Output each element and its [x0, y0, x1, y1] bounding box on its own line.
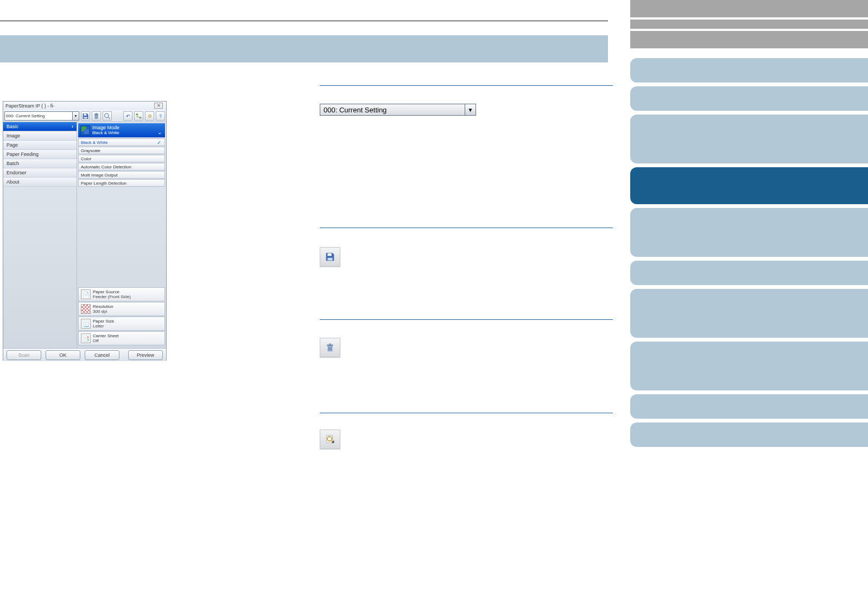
sidebar-item-page[interactable]: Page — [3, 141, 77, 150]
sidebar-item-about[interactable]: About — [3, 178, 77, 187]
dialog-toolbar: 000: Current Setting ▼ ↶ ⚙ ? — [3, 110, 166, 122]
floppy-icon — [324, 251, 336, 263]
profile-dropdown[interactable]: 000: Current Setting ▼ — [320, 104, 476, 116]
undo-icon[interactable]: ↶ — [123, 111, 132, 121]
image-mode-header[interactable]: Image Mode Black & White ⌄ — [78, 123, 165, 137]
top-tab[interactable] — [630, 31, 868, 48]
cancel-button[interactable]: Cancel — [85, 350, 119, 360]
section-rule — [320, 228, 613, 228]
nav-tab[interactable] — [630, 342, 868, 390]
ok-button[interactable]: OK — [46, 350, 80, 360]
image-mode-value: Black & White — [92, 130, 119, 136]
dialog-rightpane: Image Mode Black & White ⌄ Black & White… — [77, 122, 166, 348]
option-color[interactable]: Color — [78, 155, 165, 162]
summary-paper-size[interactable]: 📃 Paper Size Letter — [78, 317, 165, 331]
option-label: Automatic Color Detection — [81, 165, 131, 169]
summary-key: Resolution — [93, 304, 113, 309]
sidebar-item-image[interactable]: Image — [3, 131, 77, 141]
dialog-footer: Scan OK Cancel Preview — [3, 348, 166, 361]
sidebar-label: Endorser — [7, 170, 27, 175]
btn-label: Preview — [137, 352, 154, 358]
top-tab[interactable] — [630, 0, 868, 17]
nav-tab[interactable] — [630, 208, 868, 257]
preview-button[interactable]: Preview — [128, 350, 163, 360]
summary-carrier-sheet[interactable]: 📑 Carrier Sheet Off — [78, 331, 165, 345]
nav-tab[interactable] — [630, 261, 868, 285]
summary-paper-source[interactable]: 📄 Paper Source Feeder (Front Side) — [78, 287, 165, 301]
scan-button[interactable]: Scan — [7, 350, 41, 360]
summary-labels: Paper Size Letter — [93, 319, 114, 329]
gear-icon[interactable]: ⚙ — [145, 111, 154, 121]
section-rule — [320, 413, 613, 413]
svg-rect-3 — [94, 113, 99, 115]
section-band — [0, 35, 608, 62]
svg-rect-0 — [84, 113, 86, 115]
svg-rect-10 — [327, 258, 332, 261]
option-grayscale[interactable]: Grayscale — [78, 147, 165, 154]
toolbar-right-group: ↶ ⚙ ? — [122, 111, 165, 121]
nav-tab[interactable] — [630, 115, 868, 163]
profile-combo-label: 000: Current Setting — [6, 113, 45, 118]
profile-combo[interactable]: 000: Current Setting — [4, 111, 73, 121]
svg-rect-1 — [84, 117, 87, 118]
dialog-body: Basic Image Page Paper Feeding Batch End… — [3, 122, 166, 348]
sidebar-item-batch[interactable]: Batch — [3, 159, 77, 168]
trash-icon — [92, 110, 100, 122]
nav-tab[interactable] — [630, 86, 868, 111]
preview-icon[interactable] — [103, 111, 112, 121]
summary-key: Paper Source — [93, 289, 131, 294]
delete-icon[interactable] — [92, 111, 101, 121]
sidebar-label: Batch — [7, 161, 19, 166]
sidebar-label: Page — [7, 142, 18, 148]
sidebar-item-endorser[interactable]: Endorser — [3, 168, 77, 178]
preview-scan-button[interactable] — [320, 430, 340, 449]
dialog-sidebar: Basic Image Page Paper Feeding Batch End… — [3, 122, 77, 348]
summary-val: 300 dpi — [93, 309, 113, 314]
sidebar-label: Image — [7, 133, 20, 138]
nav-tab[interactable] — [630, 289, 868, 338]
nav-tab[interactable] — [630, 58, 868, 83]
image-mode-icon — [80, 125, 90, 135]
image-mode-options: Black & White Grayscale Color Automatic … — [78, 138, 165, 187]
close-icon[interactable]: ✕ — [154, 103, 163, 109]
btn-label: Cancel — [94, 352, 110, 358]
save-profile-button[interactable] — [320, 247, 340, 267]
sidebar-label: About — [7, 179, 20, 185]
option-label: Paper Length Detection — [81, 181, 126, 186]
summary-labels: Carrier Sheet Off — [93, 333, 119, 343]
chevron-down-icon[interactable]: ▼ — [73, 111, 79, 121]
svg-rect-4 — [96, 113, 97, 113]
chevron-down-icon: ⌄ — [157, 129, 162, 135]
sidebar-item-paper-feeding[interactable]: Paper Feeding — [3, 150, 77, 159]
paper-source-icon: 📄 — [81, 289, 91, 299]
save-icon[interactable] — [81, 111, 90, 121]
nav-tab[interactable] — [630, 422, 868, 447]
top-tab[interactable] — [630, 20, 868, 29]
option-auto-color[interactable]: Automatic Color Detection — [78, 163, 165, 171]
delete-profile-button[interactable] — [320, 338, 340, 357]
nav-tab[interactable] — [630, 394, 868, 419]
svg-rect-2 — [94, 115, 98, 119]
top-rule — [0, 21, 608, 21]
summary-resolution[interactable]: Resolution 300 dpi — [78, 302, 165, 316]
sidebar-item-basic[interactable]: Basic — [3, 122, 77, 131]
trash-icon — [324, 342, 336, 354]
option-multi-image[interactable]: Multi Image Output — [78, 171, 165, 179]
summary-labels: Paper Source Feeder (Front Side) — [93, 289, 131, 299]
floppy-icon — [81, 110, 90, 122]
tree-icon[interactable] — [134, 111, 143, 121]
top-tab-group — [630, 0, 868, 51]
option-paper-length[interactable]: Paper Length Detection — [78, 179, 165, 187]
summary-group: 📄 Paper Source Feeder (Front Side) Resol… — [78, 287, 165, 346]
sidebar-label: Basic — [7, 124, 18, 129]
help-icon[interactable]: ? — [156, 111, 165, 121]
svg-rect-13 — [329, 344, 331, 345]
option-black-white[interactable]: Black & White — [78, 138, 165, 146]
summary-val: Feeder (Front Side) — [93, 294, 131, 299]
summary-val: Off — [93, 338, 119, 343]
dialog-titlebar: PaperStream IP ( ) - fi- ✕ — [3, 102, 166, 110]
profile-dropdown-label: 000: Current Setting — [320, 104, 465, 116]
paper-size-icon: 📃 — [81, 319, 91, 329]
nav-tab-active[interactable] — [630, 167, 868, 204]
chevron-down-icon[interactable]: ▼ — [465, 104, 476, 116]
